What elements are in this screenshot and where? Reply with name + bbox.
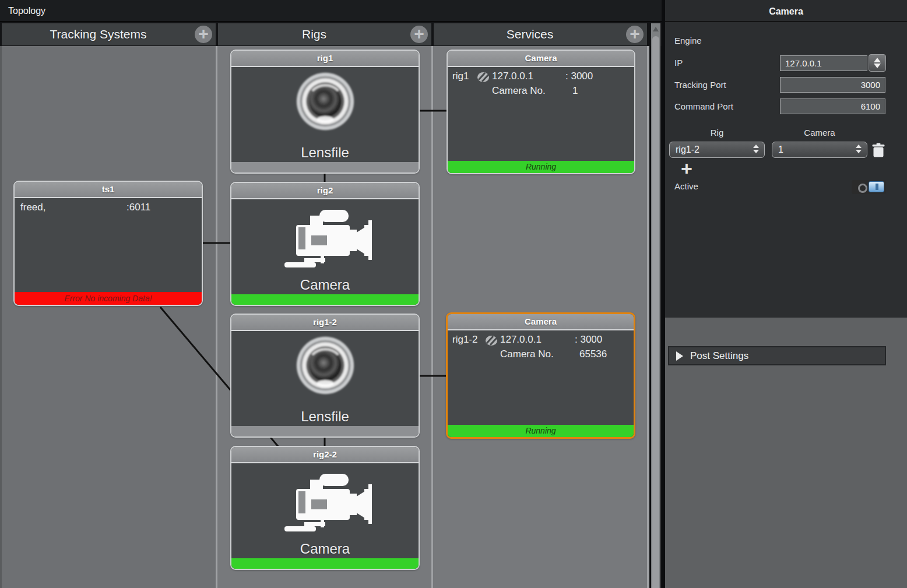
camera-column-label: Camera: [772, 128, 867, 138]
stepper-up-icon[interactable]: [874, 58, 881, 62]
lens-icon: [294, 71, 356, 132]
camera-no-label: Camera No.: [492, 85, 546, 97]
camera-icon: [281, 207, 374, 273]
service-ip: 127.0.0.1: [492, 71, 533, 82]
status-bar-idle: [231, 162, 419, 172]
active-toggle[interactable]: [852, 180, 886, 194]
ip-label: IP: [674, 58, 683, 68]
toggle-on-icon: [869, 181, 884, 192]
node-service-camera-2[interactable]: Camera rig1-2 127.0.0.1 : 3000 Camera No…: [446, 312, 635, 439]
camera-icon: [281, 471, 374, 537]
rig-type-label: Lensfile: [231, 409, 419, 425]
service-rig-name: rig1: [452, 71, 469, 82]
app-window: Topology Tracking Systems + Rigs + Servi…: [0, 0, 907, 588]
status-bar-running: Running: [448, 161, 634, 173]
toggle-off-icon: [858, 184, 867, 193]
camera-no-label: Camera No.: [500, 348, 554, 360]
camera-select[interactable]: 1: [772, 142, 867, 158]
node-rig1[interactable]: rig1: [230, 50, 420, 174]
rig-column-label: Rig: [669, 128, 765, 138]
node-title: Camera: [448, 51, 634, 67]
node-rig2-2[interactable]: rig2-2: [230, 446, 420, 570]
node-title: rig1: [231, 51, 419, 67]
tracking-port-label: Tracking Port: [674, 80, 726, 90]
service-ip: 127.0.0.1: [500, 334, 542, 346]
node-rig1-2[interactable]: rig1-2 Lensfile: [230, 314, 420, 438]
lens-icon: [294, 335, 356, 396]
rig-type-label: Camera: [231, 541, 419, 557]
camera-no-value: 65536: [579, 348, 607, 360]
topology-scrollbar[interactable]: [651, 23, 660, 588]
status-bar-idle: [231, 426, 419, 436]
rig-select-value: rig1-2: [676, 145, 699, 154]
no-signal-icon: [477, 72, 490, 83]
tracking-port: :6011: [126, 202, 150, 213]
ip-stepper[interactable]: [869, 54, 886, 72]
tracking-protocol: freed,: [20, 202, 45, 213]
node-title: rig2: [231, 183, 419, 199]
ip-field[interactable]: [780, 55, 867, 71]
post-settings-label: Post Settings: [690, 350, 748, 362]
select-arrows-icon: [753, 145, 759, 153]
rig-type-label: Lensfile: [231, 145, 419, 161]
active-label: Active: [674, 181, 698, 191]
status-bar-running: Running: [448, 425, 634, 437]
select-arrows-icon: [856, 145, 862, 153]
delete-mapping-trash-icon[interactable]: [871, 143, 885, 158]
node-title: rig2-2: [231, 447, 419, 463]
status-bar-running: [231, 294, 419, 305]
rig-select[interactable]: rig1-2: [669, 142, 765, 158]
post-settings-expander[interactable]: Post Settings: [668, 346, 886, 365]
tracking-port-field[interactable]: [780, 77, 885, 93]
status-bar-error: Error No incoming Data!: [15, 292, 202, 305]
expander-arrow-icon: [676, 351, 683, 361]
scrollbar-thumb[interactable]: [652, 36, 659, 588]
camera-select-value: 1: [778, 145, 783, 154]
command-port-label: Command Port: [674, 101, 733, 111]
node-rig2[interactable]: rig2 Ca: [230, 182, 420, 306]
node-title: ts1: [15, 182, 202, 198]
panel-title: Camera: [769, 6, 803, 16]
command-port-field[interactable]: [780, 98, 885, 114]
node-ts1[interactable]: ts1 freed, :6011 Error No incoming Data!: [13, 181, 203, 306]
service-rig-name: rig1-2: [452, 334, 477, 346]
service-port: : 3000: [565, 71, 593, 82]
service-port: : 3000: [575, 334, 602, 346]
scrollbar-up-arrow-icon[interactable]: [651, 24, 660, 34]
node-title: rig1-2: [231, 315, 419, 331]
camera-no-value: 1: [572, 85, 578, 97]
node-service-camera-1[interactable]: Camera rig1 127.0.0.1 : 3000 Camera No. …: [447, 50, 635, 174]
no-signal-icon: [485, 335, 498, 346]
stepper-down-icon[interactable]: [874, 64, 881, 68]
add-mapping-button[interactable]: +: [681, 161, 692, 176]
rig-type-label: Camera: [231, 277, 419, 293]
node-title: Camera: [448, 314, 634, 330]
status-bar-running: [231, 558, 419, 569]
camera-panel-titlebar: Camera: [665, 0, 907, 22]
engine-section-label: Engine: [674, 36, 702, 45]
